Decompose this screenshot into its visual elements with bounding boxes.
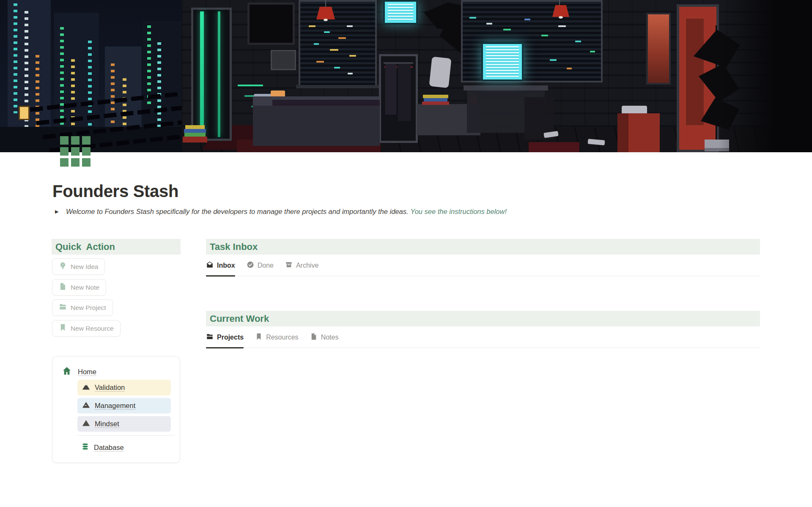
- cover-wall-frame: [271, 50, 296, 70]
- bookmark-icon: [255, 333, 263, 342]
- notion-page: Founders Stash ▶ Welcome to Founders Sta…: [0, 0, 812, 507]
- intro-toggle-block: ▶ Welcome to Founders Stash specifically…: [55, 208, 507, 216]
- page-title: Founders Stash: [52, 182, 178, 201]
- mountain-icon: [82, 382, 91, 393]
- new-note-label: New Note: [71, 284, 99, 291]
- new-resource-button[interactable]: New Resource: [52, 320, 121, 337]
- new-idea-label: New Idea: [71, 263, 98, 271]
- management-label: Management: [95, 402, 135, 410]
- cover-wall-tv: [247, 3, 295, 45]
- management-link[interactable]: Management: [77, 398, 171, 414]
- tab-done[interactable]: Done: [247, 261, 274, 271]
- home-navigation-card: Home Validation Management Mindset: [52, 356, 180, 463]
- bookmark-icon: [59, 323, 67, 333]
- home-link[interactable]: Home: [62, 366, 96, 378]
- home-label: Home: [78, 368, 96, 376]
- tab-inbox[interactable]: Inbox: [206, 261, 235, 271]
- folder-icon: [59, 303, 67, 312]
- tab-resources[interactable]: Resources: [255, 333, 298, 343]
- cover-lit-window: [19, 106, 30, 120]
- new-project-label: New Project: [71, 304, 106, 312]
- database-icon: [81, 442, 90, 453]
- task-inbox-heading-bar: Task Inbox: [206, 239, 760, 255]
- tab-archive[interactable]: Archive: [285, 261, 318, 271]
- new-resource-label: New Resource: [71, 325, 114, 332]
- tab-notes[interactable]: Notes: [310, 333, 339, 343]
- cover-cyan-screen: [383, 0, 418, 25]
- page-icon[interactable]: [60, 136, 91, 167]
- mindset-label: Mindset: [95, 420, 119, 428]
- tab-projects-label: Projects: [217, 334, 244, 341]
- validation-label: Validation: [95, 384, 125, 392]
- tab-done-label: Done: [258, 262, 274, 269]
- cover-window-sill: [296, 85, 379, 88]
- tab-resources-label: Resources: [266, 334, 298, 341]
- tab-inbox-label: Inbox: [217, 262, 235, 269]
- current-work-heading-bar: Current Work: [206, 311, 760, 326]
- lightbulb-icon: [59, 262, 67, 271]
- inbox-icon: [206, 261, 214, 270]
- triangle-icon: [82, 419, 91, 429]
- database-label: Database: [94, 444, 124, 452]
- cover-blinds-window: [299, 0, 377, 87]
- folder-icon: [206, 333, 214, 342]
- archive-icon: [285, 261, 293, 270]
- quick-action-heading: Quick Action: [55, 241, 115, 252]
- cover-paper: [429, 57, 451, 88]
- house-icon: [62, 366, 72, 378]
- intro-text: Welcome to Founders Stash specifically f…: [66, 208, 409, 216]
- check-circle-icon: [247, 261, 254, 270]
- database-link[interactable]: Database: [77, 440, 171, 455]
- new-project-button[interactable]: New Project: [52, 299, 113, 316]
- tab-archive-label: Archive: [296, 262, 318, 269]
- cover-wardrobe: [379, 54, 418, 143]
- cover-book-stack: [183, 125, 207, 147]
- mindset-link[interactable]: Mindset: [77, 416, 171, 432]
- mountain-icon: [82, 400, 91, 411]
- current-work-heading: Current Work: [210, 313, 269, 324]
- note-icon: [59, 282, 67, 292]
- cover-red-painting: [646, 13, 671, 85]
- toggle-triangle-icon[interactable]: ▶: [55, 209, 66, 214]
- cover-glass-door: [191, 8, 232, 141]
- validation-link[interactable]: Validation: [77, 380, 171, 395]
- tab-notes-label: Notes: [321, 334, 339, 341]
- cover-shadow: [719, 0, 812, 152]
- cover-red-chair: [617, 113, 660, 152]
- quick-action-heading-bar: Quick Action: [52, 239, 181, 255]
- intro-instructions-link[interactable]: You see the instructions below!: [411, 208, 507, 216]
- card-divider: [77, 435, 175, 436]
- note-icon: [310, 333, 318, 342]
- tab-projects[interactable]: Projects: [206, 333, 244, 343]
- task-inbox-tabs: Inbox Done Archive: [206, 261, 760, 276]
- new-idea-button[interactable]: New Idea: [52, 258, 105, 275]
- new-note-button[interactable]: New Note: [52, 279, 106, 296]
- task-inbox-heading: Task Inbox: [210, 241, 258, 252]
- cover-desk-monitor: [481, 42, 524, 81]
- current-work-tabs: Projects Resources Notes: [206, 333, 760, 348]
- cover-red-rug: [529, 142, 579, 152]
- cover-image: [0, 0, 812, 152]
